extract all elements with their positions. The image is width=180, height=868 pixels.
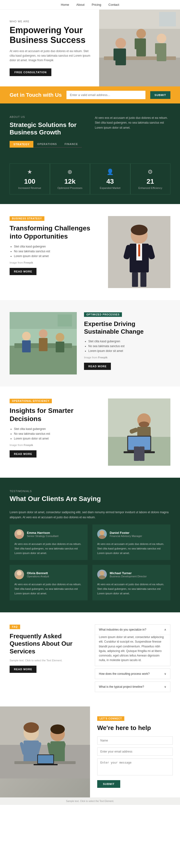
faq-question-3[interactable]: What is the typical project timeline? ∨ (95, 682, 170, 692)
svg-rect-13 (155, 43, 157, 54)
op-list: Stet clita kasd gubergren No sea takimat… (84, 340, 171, 352)
contact-submit-button[interactable]: SUBMIT (97, 780, 120, 788)
role-emma: Senior Strategy Consultant (27, 534, 58, 537)
testimonials-tag: TESTIMONIALS (9, 490, 171, 493)
about-tabs: STRATEGY OPERATIONS FINANCE (9, 141, 85, 148)
tab-strategy[interactable]: STRATEGY (9, 141, 33, 148)
bs-list: Stet clita kasd gubergren No sea takimat… (9, 245, 101, 258)
svg-point-67 (51, 724, 65, 734)
op-read-more-button[interactable]: READ MORE (84, 363, 111, 370)
stat-efficiency: ⚙ 21 Enhanced Efficiency (130, 163, 171, 194)
hero-content: WHO WE ARE Empowering Your Business Succ… (0, 9, 99, 86)
about-section: ABOUT US Strategic Solutions for Busines… (0, 103, 180, 163)
chevron-up-icon: ∧ (164, 628, 166, 631)
tab-finance[interactable]: FINANCE (61, 141, 82, 148)
processes-label: Optimized Processes (53, 187, 88, 189)
op-tag: OPTIMIZED PROCESSES (84, 312, 122, 317)
contact-form: LET'S CONNECT We're here to help SUBMIT (90, 707, 180, 798)
person-daniel: Daniel Foster Financial Advisory Manager (97, 529, 166, 539)
svg-point-20 (131, 225, 148, 235)
svg-point-58 (98, 576, 106, 579)
faq-question-2[interactable]: How does the consulting process work? ∨ (95, 669, 170, 679)
svg-point-57 (99, 571, 104, 576)
about-description: At vero eos et accusam et justo duo dolo… (95, 116, 171, 130)
nav-about[interactable]: About (76, 3, 85, 6)
hero-section: WHO WE ARE Empowering Your Business Succ… (0, 9, 180, 86)
person-olivia: Olivia Bennett Operations Analyst (14, 569, 83, 579)
bs-image-credit: Image from Freepik (9, 261, 101, 264)
svg-point-55 (17, 571, 22, 576)
svg-rect-9 (134, 38, 137, 49)
op-title: Expertise Driving Sustainable Change (84, 320, 171, 335)
bs-read-more-button[interactable]: READ MORE (9, 268, 36, 275)
revenue-label: Increased Revenue (12, 187, 47, 189)
name-emma: Emma Harrison (27, 531, 58, 534)
contact-image (0, 707, 90, 798)
faq-read-more-button[interactable]: READ MORE (9, 665, 36, 673)
faq-sample-text: Sample text. Click to select the Text El… (9, 659, 85, 662)
testimonials-section: TESTIMONIALS What Our Clients Are Saying… (0, 478, 180, 612)
footer: Sample text. Click to select the Text El… (0, 798, 180, 805)
tab-operations[interactable]: OPERATIONS (33, 141, 61, 148)
processes-number: 12k (53, 178, 88, 185)
svg-rect-6 (122, 49, 125, 61)
bs-content: BUSINESS STRATEGY Transforming Challenge… (9, 216, 101, 275)
stat-processes: ⊕ 12k Optimized Processes (50, 163, 90, 194)
chevron-down-icon: ∨ (164, 672, 166, 676)
market-label: Expanded Market (93, 187, 128, 189)
testimonial-card-3: Olivia Bennett Operations Analyst At ver… (9, 565, 88, 600)
bs-image (108, 216, 171, 288)
text-daniel: At vero eos et accusam et justo duo dolo… (97, 542, 166, 555)
bs-list-item: Stet clita kasd gubergren (14, 245, 101, 248)
contact-message-input[interactable] (97, 758, 173, 775)
oe-list-item: Lorem ipsum dolor sit amet (14, 437, 101, 440)
name-olivia: Olivia Bennett (27, 571, 49, 575)
navigation: Home About Pricing Contact (0, 0, 180, 9)
bs-title: Transforming Challenges into Opportuniti… (9, 224, 101, 240)
role-daniel: Financial Advisory Manager (110, 534, 142, 537)
nav-contact[interactable]: Contact (109, 3, 119, 6)
svg-rect-5 (114, 49, 116, 61)
faq-question-text-1: What industries do you specialize in? (99, 628, 146, 631)
market-number: 43 (93, 178, 128, 185)
processes-icon: ⊕ (53, 168, 88, 175)
contact-photo (0, 707, 90, 798)
consultation-button[interactable]: FREE CONSULTATION (9, 68, 51, 76)
faq-question-text-2: How does the consulting process work? (99, 672, 150, 676)
svg-point-31 (22, 332, 31, 340)
email-input[interactable] (66, 91, 145, 99)
nav-pricing[interactable]: Pricing (92, 3, 101, 6)
efficiency-icon: ⚙ (133, 168, 168, 175)
op-image (9, 312, 77, 374)
testimonial-card-1: Emma Harrison Senior Strategy Consultant… (9, 525, 88, 560)
about-title: Strategic Solutions for Business Growth (9, 121, 85, 136)
svg-rect-1 (99, 58, 180, 86)
svg-rect-74 (34, 764, 58, 765)
avatar-olivia (14, 569, 24, 579)
oe-image-credit: Image from Freepik (9, 443, 101, 446)
contact-name-input[interactable] (97, 737, 173, 745)
name-daniel: Daniel Foster (110, 531, 142, 534)
svg-point-52 (16, 535, 23, 539)
stat-market: 👤 43 Expanded Market (90, 163, 130, 194)
nav-home[interactable]: Home (61, 3, 69, 6)
svg-point-51 (17, 530, 22, 535)
faq-question-1[interactable]: What industries do you specialize in? ∧ (95, 625, 170, 635)
svg-point-3 (115, 38, 126, 49)
submit-email-button[interactable]: SUBMIT (150, 91, 171, 99)
testimonial-card-2: Daniel Foster Financial Advisory Manager… (92, 525, 171, 560)
oe-list-item: Stet clita kasd gubergren (14, 427, 101, 431)
oe-read-more-button[interactable]: READ MORE (9, 450, 36, 458)
email-banner: Get in Touch with Us SUBMIT (0, 86, 180, 103)
optimized-processes-section: OPTIMIZED PROCESSES Expertise Driving Su… (0, 300, 180, 386)
svg-rect-50 (134, 446, 139, 461)
contact-section: LET'S CONNECT We're here to help SUBMIT (0, 707, 180, 798)
operational-efficiency-section: OPERATIONAL EFFICIENCY Insights for Smar… (0, 386, 180, 478)
op-content: OPTIMIZED PROCESSES Expertise Driving Su… (84, 312, 171, 370)
svg-point-35 (56, 333, 64, 342)
op-list-item: No sea takimata sanctus est (88, 344, 171, 348)
faq-answer-1: Lorem ipsum dolor sit amet, consectetur … (95, 635, 170, 666)
svg-rect-25 (138, 244, 140, 256)
banner-title: Get in Touch with Us (9, 92, 62, 98)
contact-email-input[interactable] (97, 747, 173, 756)
